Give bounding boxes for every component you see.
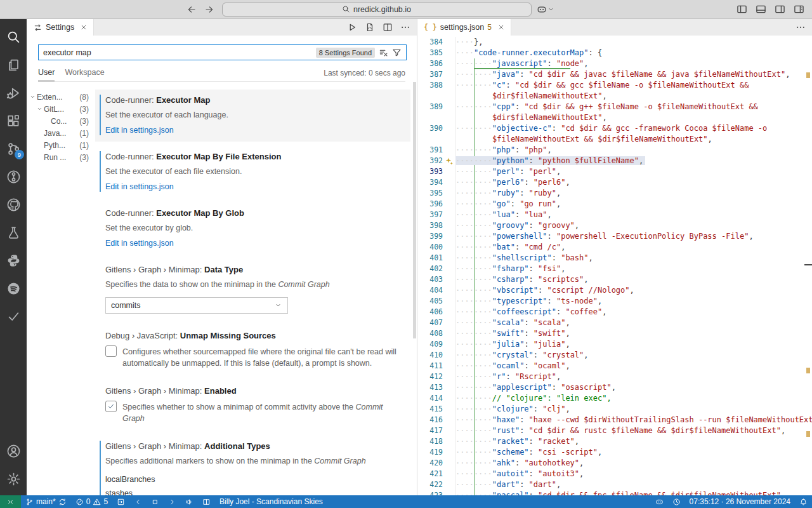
code-line[interactable]: 397········"lua": "lua",	[421, 210, 812, 220]
tab-settings-json[interactable]: { } settings.json 5	[417, 19, 511, 36]
toc-item[interactable]: Run ...(3)	[27, 151, 94, 163]
timer-status[interactable]	[668, 495, 685, 508]
tab-user[interactable]: User	[38, 68, 55, 81]
lyrics-button[interactable]	[198, 495, 215, 508]
scrollbar-thumb[interactable]	[413, 82, 416, 338]
setting-checkbox[interactable]	[105, 345, 117, 357]
code-line[interactable]: 419········"scheme": "csi -script",	[421, 447, 812, 458]
remote-indicator[interactable]	[0, 495, 21, 508]
code-line[interactable]: 401········"shellscript": "bash",	[421, 253, 812, 264]
code-line[interactable]: 413········"applescript": "osascript",	[421, 382, 812, 393]
activity-extensions[interactable]	[0, 107, 27, 135]
code-line[interactable]: 404········"vbscript": "cscript //Nologo…	[421, 285, 812, 296]
output-indicator[interactable]	[112, 495, 129, 508]
list-item[interactable]: localBranches	[105, 472, 404, 486]
code-line[interactable]: 393········"perl": "perl",	[421, 166, 812, 177]
setting-checkbox[interactable]	[105, 401, 117, 412]
datetime-status[interactable]: 07:35:12 · 26 November 2024	[685, 495, 795, 508]
code-line[interactable]: 402········"fsharp": "fsi",	[421, 264, 812, 274]
code-line[interactable]: 408········"swift": "swift",	[421, 328, 812, 339]
tab-settings[interactable]: Settings	[27, 19, 94, 36]
code-line[interactable]: 398········"groovy": "groovy",	[421, 220, 812, 231]
code-line[interactable]: 409········"julia": "julia",	[421, 339, 812, 350]
code-line[interactable]: 414········// "clojure": "lein exec",	[421, 393, 812, 404]
activity-python[interactable]	[0, 246, 27, 274]
music-next-button[interactable]	[164, 495, 181, 508]
setting-row[interactable]: Code-runner: Executor Map By GlobSet the…	[95, 203, 410, 255]
close-icon[interactable]	[497, 23, 505, 31]
customize-layout-icon[interactable]	[794, 4, 804, 15]
run-code-icon[interactable]	[347, 22, 357, 32]
code-line[interactable]: 394········"perl6": "perl6",	[421, 177, 812, 188]
open-settings-json-icon[interactable]	[365, 22, 375, 32]
toc-item[interactable]: Pyth...(1)	[27, 139, 94, 151]
setting-row[interactable]: Code-runner: Executor Map By File Extens…	[95, 146, 410, 198]
setting-row[interactable]: Gitlens › Graph › Minimap: Data TypeSpec…	[95, 259, 410, 320]
close-icon[interactable]	[80, 23, 88, 31]
toc-item[interactable]: Exten...(8)	[27, 91, 94, 103]
json-editor[interactable]: 384····},385····"code-runner.executorMap…	[417, 36, 812, 495]
activity-source-control[interactable]: 9	[0, 135, 27, 163]
code-line[interactable]: 389········"cpp": "cd $dir && g++ $fileN…	[421, 102, 812, 112]
code-line[interactable]: 411········"ocaml": "ocaml",	[421, 361, 812, 371]
activity-spotify[interactable]	[0, 274, 27, 302]
activity-todo[interactable]	[0, 302, 27, 330]
activity-testing[interactable]	[0, 218, 27, 246]
code-line[interactable]: 384····},	[421, 37, 812, 48]
code-line[interactable]: 399········"powershell": "powershell -Ex…	[421, 231, 812, 242]
command-center[interactable]: nredick.github.io	[222, 3, 532, 17]
forward-button[interactable]	[202, 3, 216, 17]
code-line[interactable]: 423········"pascal": "cd $dir && fpc $fi…	[421, 490, 812, 495]
toc-item[interactable]: Java...(1)	[27, 127, 94, 139]
setting-row[interactable]: Gitlens › Graph › Minimap: EnabledSpecif…	[95, 380, 410, 431]
code-line[interactable]: 416········"haxe": "haxe --cwd $dirWitho…	[421, 415, 812, 425]
clear-search-icon[interactable]	[379, 48, 388, 57]
now-playing[interactable]: Billy Joel - Scandinavian Skies	[215, 495, 327, 508]
problems-indicator[interactable]: 0 5	[71, 495, 112, 508]
code-line[interactable]: $dir$fileNameWithoutExt",	[421, 91, 812, 102]
code-line[interactable]: 387········"java": "cd $dir && javac $fi…	[421, 69, 812, 80]
setting-dropdown[interactable]: commits	[105, 297, 288, 314]
settings-search-input[interactable]: executor map 8 Settings Found	[38, 44, 407, 60]
activity-manage[interactable]	[0, 465, 27, 493]
setting-row[interactable]: Debug › JavaScript: Unmap Missing Source…	[95, 325, 410, 376]
split-editor-icon[interactable]	[383, 22, 393, 32]
code-line[interactable]: 420········"ahk": "autohotkey",	[421, 458, 812, 469]
code-line[interactable]: 418········"racket": "racket",	[421, 436, 812, 447]
activity-search[interactable]	[0, 23, 27, 51]
tab-workspace[interactable]: Workspace	[65, 68, 104, 81]
activity-explorer[interactable]	[0, 51, 27, 79]
toc-item[interactable]: Co...(3)	[27, 115, 94, 127]
copilot-status[interactable]	[651, 495, 668, 508]
edit-in-settings-json-link[interactable]: Edit in settings.json	[105, 126, 404, 135]
code-line[interactable]: 396········"go": "go run",	[421, 199, 812, 210]
setting-row[interactable]: Code-runner: Executor MapSet the executo…	[95, 90, 410, 142]
code-line[interactable]: 403········"csharp": "scriptcs",	[421, 274, 812, 285]
toc-item[interactable]: GitL...(3)	[27, 103, 94, 115]
notifications-button[interactable]	[795, 495, 812, 508]
activity-github[interactable]	[0, 190, 27, 218]
volume-button[interactable]	[181, 495, 198, 508]
code-line[interactable]: 405········"typescript": "ts-node",	[421, 296, 812, 307]
code-line[interactable]: 385····"code-runner.executorMap": {	[421, 48, 812, 58]
code-line[interactable]: 410········"crystal": "crystal",	[421, 350, 812, 361]
toggle-sidebar-right-icon[interactable]	[775, 4, 785, 15]
copilot-menu-button[interactable]	[537, 4, 554, 15]
code-line[interactable]: 395········"ruby": "ruby",	[421, 188, 812, 199]
code-line[interactable]: 415········"clojure": "clj",	[421, 404, 812, 415]
filter-icon[interactable]	[392, 48, 402, 57]
code-line[interactable]: 388········"c": "cd $dir && gcc $fileNam…	[421, 80, 812, 91]
code-line[interactable]: 406········"coffeescript": "coffee",	[421, 307, 812, 318]
settings-scrollbar[interactable]	[413, 82, 416, 495]
music-previous-button[interactable]	[129, 495, 147, 508]
code-line[interactable]: $dir$fileNameWithoutExt",	[421, 112, 812, 123]
toggle-sidebar-left-icon[interactable]	[737, 4, 747, 15]
music-stop-button[interactable]	[147, 495, 164, 508]
more-actions-icon[interactable]	[796, 22, 806, 32]
code-line[interactable]: 392········"python": "python $fullFileNa…	[421, 156, 812, 166]
code-line[interactable]: 412········"r": "Rscript",	[421, 371, 812, 382]
activity-accounts[interactable]	[0, 437, 27, 465]
code-line[interactable]: 422········"dart": "dart",	[421, 479, 812, 490]
code-line[interactable]: 391········"php": "php",	[421, 145, 812, 156]
back-button[interactable]	[185, 3, 199, 17]
